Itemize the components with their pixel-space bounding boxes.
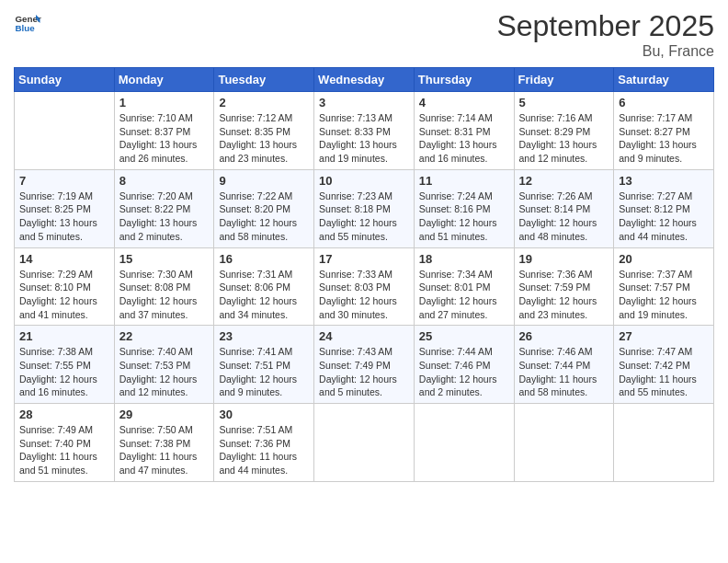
day-info: Sunrise: 7:34 AM Sunset: 8:01 PM Dayligh…: [419, 268, 509, 322]
day-info: Sunrise: 7:27 AM Sunset: 8:12 PM Dayligh…: [619, 190, 709, 244]
day-number: 23: [219, 329, 309, 343]
day-of-week-header: Wednesday: [314, 68, 415, 92]
calendar-cell: 28Sunrise: 7:49 AM Sunset: 7:40 PM Dayli…: [15, 404, 115, 482]
day-number: 4: [419, 96, 509, 109]
day-number: 5: [519, 96, 609, 109]
calendar-cell: 10Sunrise: 7:23 AM Sunset: 8:18 PM Dayli…: [314, 169, 415, 247]
day-number: 29: [119, 408, 210, 421]
day-info: Sunrise: 7:38 AM Sunset: 7:55 PM Dayligh…: [19, 345, 109, 399]
day-number: 13: [619, 174, 709, 188]
day-info: Sunrise: 7:16 AM Sunset: 8:29 PM Dayligh…: [519, 111, 609, 166]
day-info: Sunrise: 7:33 AM Sunset: 8:03 PM Dayligh…: [319, 268, 409, 322]
calendar-cell: 7Sunrise: 7:19 AM Sunset: 8:25 PM Daylig…: [15, 169, 115, 247]
day-info: Sunrise: 7:49 AM Sunset: 7:40 PM Dayligh…: [19, 423, 109, 477]
day-number: 14: [19, 252, 109, 266]
day-info: Sunrise: 7:43 AM Sunset: 7:49 PM Dayligh…: [319, 345, 409, 399]
day-number: 7: [19, 174, 109, 188]
logo: General Blue: [14, 9, 41, 37]
day-number: 30: [219, 408, 309, 421]
calendar-cell: 13Sunrise: 7:27 AM Sunset: 8:12 PM Dayli…: [614, 169, 714, 247]
calendar-cell: [15, 92, 115, 170]
day-info: Sunrise: 7:37 AM Sunset: 7:57 PM Dayligh…: [619, 268, 709, 322]
day-info: Sunrise: 7:12 AM Sunset: 8:35 PM Dayligh…: [219, 111, 309, 166]
day-number: 9: [219, 174, 309, 188]
calendar-cell: 15Sunrise: 7:30 AM Sunset: 8:08 PM Dayli…: [114, 247, 214, 326]
day-info: Sunrise: 7:23 AM Sunset: 8:18 PM Dayligh…: [319, 190, 409, 244]
day-number: 28: [19, 408, 109, 421]
day-info: Sunrise: 7:44 AM Sunset: 7:46 PM Dayligh…: [419, 345, 509, 399]
day-number: 17: [319, 252, 409, 266]
day-number: 8: [119, 174, 210, 188]
day-of-week-header: Monday: [114, 68, 214, 92]
calendar-cell: 4Sunrise: 7:14 AM Sunset: 8:31 PM Daylig…: [414, 92, 514, 170]
calendar-cell: 23Sunrise: 7:41 AM Sunset: 7:51 PM Dayli…: [214, 326, 314, 404]
day-number: 27: [619, 329, 709, 343]
calendar-cell: 19Sunrise: 7:36 AM Sunset: 7:59 PM Dayli…: [514, 247, 614, 326]
calendar-cell: 5Sunrise: 7:16 AM Sunset: 8:29 PM Daylig…: [514, 92, 614, 170]
day-number: 2: [219, 96, 309, 109]
svg-text:Blue: Blue: [16, 23, 36, 33]
day-info: Sunrise: 7:20 AM Sunset: 8:22 PM Dayligh…: [119, 190, 210, 244]
day-info: Sunrise: 7:10 AM Sunset: 8:37 PM Dayligh…: [119, 111, 210, 166]
day-number: 19: [519, 252, 609, 266]
day-info: Sunrise: 7:29 AM Sunset: 8:10 PM Dayligh…: [19, 268, 109, 322]
day-info: Sunrise: 7:36 AM Sunset: 7:59 PM Dayligh…: [519, 268, 609, 322]
calendar-cell: 16Sunrise: 7:31 AM Sunset: 8:06 PM Dayli…: [214, 247, 314, 326]
calendar-cell: 3Sunrise: 7:13 AM Sunset: 8:33 PM Daylig…: [314, 92, 415, 170]
day-info: Sunrise: 7:31 AM Sunset: 8:06 PM Dayligh…: [219, 268, 309, 322]
day-info: Sunrise: 7:40 AM Sunset: 7:53 PM Dayligh…: [119, 345, 210, 399]
day-number: 15: [119, 252, 210, 266]
day-number: 18: [419, 252, 509, 266]
day-number: 22: [119, 329, 210, 343]
calendar-cell: 8Sunrise: 7:20 AM Sunset: 8:22 PM Daylig…: [114, 169, 214, 247]
day-info: Sunrise: 7:26 AM Sunset: 8:14 PM Dayligh…: [519, 190, 609, 244]
day-number: 20: [619, 252, 709, 266]
calendar-cell: 11Sunrise: 7:24 AM Sunset: 8:16 PM Dayli…: [414, 169, 514, 247]
day-info: Sunrise: 7:50 AM Sunset: 7:38 PM Dayligh…: [119, 423, 210, 477]
calendar-cell: 18Sunrise: 7:34 AM Sunset: 8:01 PM Dayli…: [414, 247, 514, 326]
page-header: General Blue September 2025 Bu, France: [14, 9, 714, 60]
calendar-cell: 29Sunrise: 7:50 AM Sunset: 7:38 PM Dayli…: [114, 404, 214, 482]
calendar-cell: 21Sunrise: 7:38 AM Sunset: 7:55 PM Dayli…: [15, 326, 115, 404]
calendar-cell: 24Sunrise: 7:43 AM Sunset: 7:49 PM Dayli…: [314, 326, 415, 404]
calendar-cell: [414, 404, 514, 482]
day-info: Sunrise: 7:17 AM Sunset: 8:27 PM Dayligh…: [619, 111, 709, 166]
calendar-cell: 14Sunrise: 7:29 AM Sunset: 8:10 PM Dayli…: [15, 247, 115, 326]
calendar-cell: [314, 404, 415, 482]
day-info: Sunrise: 7:19 AM Sunset: 8:25 PM Dayligh…: [19, 190, 109, 244]
day-number: 3: [319, 96, 409, 109]
calendar-cell: 6Sunrise: 7:17 AM Sunset: 8:27 PM Daylig…: [614, 92, 714, 170]
day-info: Sunrise: 7:30 AM Sunset: 8:08 PM Dayligh…: [119, 268, 210, 322]
day-of-week-header: Tuesday: [214, 68, 314, 92]
day-number: 16: [219, 252, 309, 266]
calendar-table: SundayMondayTuesdayWednesdayThursdayFrid…: [14, 67, 714, 482]
day-info: Sunrise: 7:47 AM Sunset: 7:42 PM Dayligh…: [619, 345, 709, 399]
calendar-cell: 22Sunrise: 7:40 AM Sunset: 7:53 PM Dayli…: [114, 326, 214, 404]
day-info: Sunrise: 7:46 AM Sunset: 7:44 PM Dayligh…: [519, 345, 609, 399]
day-of-week-header: Friday: [514, 68, 614, 92]
calendar-cell: 27Sunrise: 7:47 AM Sunset: 7:42 PM Dayli…: [614, 326, 714, 404]
calendar-cell: 17Sunrise: 7:33 AM Sunset: 8:03 PM Dayli…: [314, 247, 415, 326]
title-block: September 2025 Bu, France: [496, 9, 714, 60]
day-number: 21: [19, 329, 109, 343]
location-subtitle: Bu, France: [496, 43, 714, 60]
day-info: Sunrise: 7:41 AM Sunset: 7:51 PM Dayligh…: [219, 345, 309, 399]
calendar-cell: [614, 404, 714, 482]
day-of-week-header: Sunday: [15, 68, 115, 92]
calendar-week-row: 14Sunrise: 7:29 AM Sunset: 8:10 PM Dayli…: [15, 247, 714, 326]
day-number: 1: [119, 96, 210, 109]
day-info: Sunrise: 7:13 AM Sunset: 8:33 PM Dayligh…: [319, 111, 409, 166]
calendar-week-row: 1Sunrise: 7:10 AM Sunset: 8:37 PM Daylig…: [15, 92, 714, 170]
logo-icon: General Blue: [14, 9, 41, 37]
calendar-week-row: 28Sunrise: 7:49 AM Sunset: 7:40 PM Dayli…: [15, 404, 714, 482]
day-number: 26: [519, 329, 609, 343]
day-number: 25: [419, 329, 509, 343]
calendar-cell: 12Sunrise: 7:26 AM Sunset: 8:14 PM Dayli…: [514, 169, 614, 247]
calendar-cell: 26Sunrise: 7:46 AM Sunset: 7:44 PM Dayli…: [514, 326, 614, 404]
day-info: Sunrise: 7:22 AM Sunset: 8:20 PM Dayligh…: [219, 190, 309, 244]
day-of-week-header: Saturday: [614, 68, 714, 92]
day-info: Sunrise: 7:51 AM Sunset: 7:36 PM Dayligh…: [219, 423, 309, 477]
calendar-cell: 20Sunrise: 7:37 AM Sunset: 7:57 PM Dayli…: [614, 247, 714, 326]
day-number: 12: [519, 174, 609, 188]
day-number: 24: [319, 329, 409, 343]
